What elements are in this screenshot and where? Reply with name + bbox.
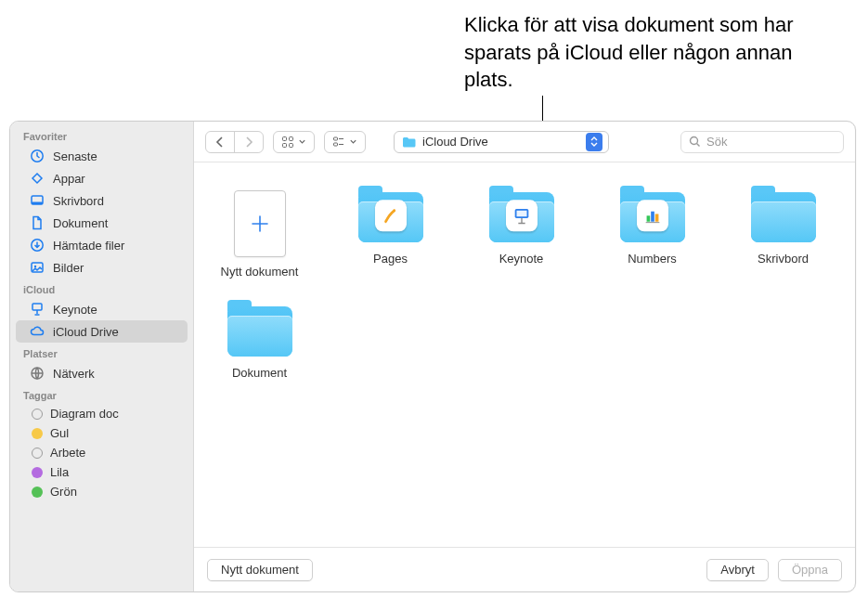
- sidebar-item-downloads[interactable]: Hämtade filer: [16, 234, 188, 256]
- sidebar-section-places: Platser: [10, 343, 193, 362]
- pages-app-icon: [375, 200, 407, 231]
- sidebar-item-documents[interactable]: Dokument: [16, 212, 188, 234]
- svg-rect-20: [651, 212, 654, 222]
- download-icon: [29, 237, 45, 253]
- search-field[interactable]: Sök: [680, 131, 844, 153]
- open-dialog-window: Favoriter Senaste Appar Skrivbord Dokume…: [9, 121, 856, 592]
- apps-icon: [29, 170, 45, 187]
- sidebar-item-label: Arbete: [50, 446, 85, 460]
- grid-item-skrivbord[interactable]: Skrivbord: [732, 190, 834, 279]
- svg-rect-13: [334, 143, 338, 146]
- group-button[interactable]: [324, 131, 366, 153]
- dropdown-arrows-icon: [586, 133, 602, 151]
- grid-item-numbers[interactable]: Numbers: [602, 190, 703, 279]
- location-dropdown[interactable]: iCloud Drive: [394, 131, 609, 153]
- sidebar-item-network[interactable]: Nätverk: [16, 362, 188, 384]
- sidebar-tag-diagram-doc[interactable]: Diagram doc: [16, 404, 188, 423]
- back-button[interactable]: [206, 132, 235, 152]
- nav-segment: [205, 131, 264, 153]
- grid-item-dokument[interactable]: Dokument: [209, 305, 310, 380]
- grid-item-label: Dokument: [232, 366, 287, 380]
- tag-dot-empty: [32, 409, 43, 420]
- grid-item-label: Skrivbord: [758, 252, 809, 266]
- svg-rect-19: [646, 215, 650, 221]
- sidebar-section-favorites: Favoriter: [10, 125, 193, 145]
- cancel-button[interactable]: Avbryt: [706, 559, 769, 581]
- forward-button[interactable]: [235, 132, 263, 152]
- sidebar-item-recent[interactable]: Senaste: [16, 145, 188, 167]
- sidebar-item-label: Nätverk: [53, 367, 95, 381]
- sidebar-item-label: Dokument: [53, 216, 108, 230]
- folder-icon: [489, 192, 554, 242]
- grid-item-pages[interactable]: Pages: [340, 190, 441, 279]
- tag-dot-purple: [32, 467, 43, 478]
- new-document-button[interactable]: Nytt dokument: [207, 559, 313, 581]
- sidebar-tag-work[interactable]: Arbete: [16, 443, 188, 462]
- sidebar-item-desktop[interactable]: Skrivbord: [16, 189, 188, 212]
- keynote-app-icon: [506, 200, 538, 231]
- sidebar: Favoriter Senaste Appar Skrivbord Dokume…: [10, 122, 194, 591]
- sidebar-tag-purple[interactable]: Lila: [16, 462, 188, 482]
- svg-rect-21: [654, 214, 658, 221]
- folder-icon: [751, 192, 816, 242]
- grid-item-new-document[interactable]: Nytt dokument: [209, 190, 310, 279]
- callout-text: Klicka för att visa dokument som har spa…: [464, 11, 798, 94]
- sidebar-item-label: iCloud Drive: [53, 325, 119, 339]
- sidebar-item-apps[interactable]: Appar: [16, 167, 188, 189]
- grid-item-label: Numbers: [628, 252, 677, 266]
- grid-item-keynote[interactable]: Keynote: [471, 190, 572, 279]
- open-button[interactable]: Öppna: [778, 559, 842, 581]
- toolbar: iCloud Drive Sök: [194, 122, 855, 162]
- grid-item-label: Pages: [373, 252, 408, 266]
- sidebar-item-label: Senaste: [53, 149, 97, 163]
- svg-point-14: [691, 137, 698, 145]
- sidebar-item-label: Hämtade filer: [53, 239, 124, 253]
- svg-point-16: [393, 209, 395, 212]
- folder-icon: [358, 192, 423, 242]
- pictures-icon: [29, 259, 45, 276]
- grid-item-label: Nytt dokument: [221, 265, 299, 279]
- numbers-app-icon: [637, 200, 668, 231]
- svg-rect-12: [334, 137, 338, 140]
- svg-rect-10: [283, 143, 287, 147]
- document-icon: [29, 214, 45, 231]
- sidebar-item-keynote[interactable]: Keynote: [16, 298, 188, 320]
- footer: Nytt dokument Avbryt Öppna: [194, 547, 855, 591]
- new-document-icon: [234, 190, 286, 257]
- desktop-icon: [29, 192, 45, 209]
- sidebar-item-pictures[interactable]: Bilder: [16, 256, 188, 279]
- location-label: iCloud Drive: [422, 135, 488, 149]
- svg-rect-11: [290, 143, 293, 147]
- tag-dot-green: [32, 487, 43, 498]
- svg-rect-9: [290, 136, 293, 140]
- sidebar-item-label: Diagram doc: [50, 407, 119, 421]
- sidebar-section-icloud: iCloud: [10, 279, 193, 298]
- sidebar-item-label: Appar: [53, 172, 85, 186]
- folder-icon: [402, 136, 417, 149]
- file-grid: Nytt dokument Pages: [194, 162, 855, 547]
- keynote-icon: [29, 301, 45, 318]
- main-panel: iCloud Drive Sök Nytt dokument: [194, 122, 855, 591]
- svg-rect-6: [32, 304, 42, 310]
- svg-point-5: [34, 266, 36, 267]
- sidebar-tag-green[interactable]: Grön: [16, 482, 188, 501]
- tag-dot-yellow: [32, 428, 43, 439]
- folder-icon: [227, 306, 292, 357]
- sidebar-section-tags: Taggar: [10, 384, 193, 404]
- view-icon-button[interactable]: [273, 131, 315, 153]
- sidebar-item-label: Gul: [50, 426, 69, 440]
- cloud-icon: [29, 323, 45, 340]
- sidebar-item-label: Grön: [50, 485, 77, 499]
- search-icon: [689, 136, 701, 148]
- search-placeholder: Sök: [706, 135, 727, 149]
- svg-rect-18: [516, 211, 526, 216]
- svg-rect-2: [32, 202, 43, 205]
- sidebar-item-label: Bilder: [53, 261, 84, 275]
- clock-icon: [29, 148, 45, 164]
- sidebar-item-icloud-drive[interactable]: iCloud Drive: [16, 320, 188, 343]
- tag-dot-empty: [32, 448, 43, 459]
- sidebar-tag-yellow[interactable]: Gul: [16, 423, 188, 443]
- sidebar-item-label: Keynote: [53, 303, 97, 317]
- svg-rect-8: [283, 136, 287, 140]
- folder-icon: [620, 192, 685, 242]
